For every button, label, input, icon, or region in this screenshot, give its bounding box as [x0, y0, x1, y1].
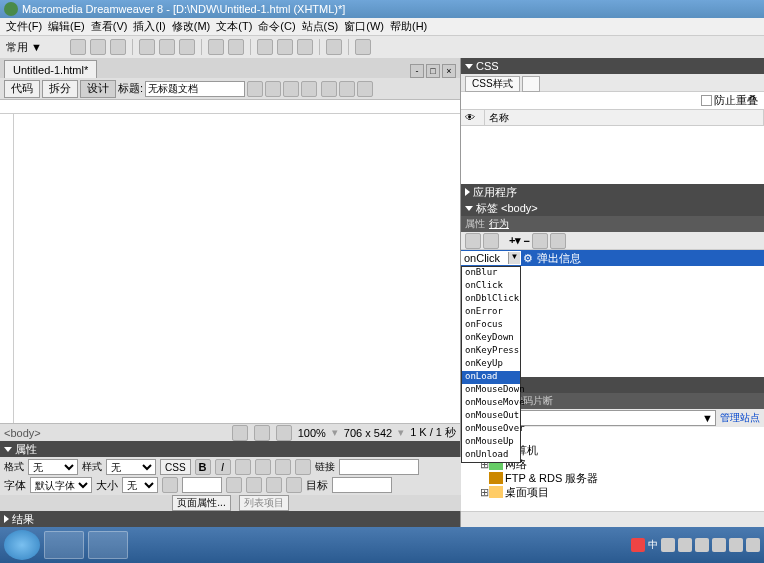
event-option[interactable]: onKeyUp	[462, 358, 520, 371]
zoom-value[interactable]: 100%	[298, 427, 326, 439]
server-icon[interactable]	[277, 39, 293, 55]
add-behavior-button[interactable]: +▾	[509, 234, 521, 247]
hand-tool-icon[interactable]	[254, 425, 270, 441]
attributes-tab[interactable]: 属性	[465, 217, 485, 231]
format-select[interactable]: 无	[28, 459, 78, 475]
event-option[interactable]: onMouseOut	[462, 410, 520, 423]
event-cell[interactable]: onClick ▼	[461, 251, 521, 265]
toolbar-category[interactable]: 常用 ▼	[6, 40, 42, 55]
menu-window[interactable]: 窗口(W)	[342, 19, 386, 34]
dreamweaver-task-icon[interactable]	[88, 531, 128, 559]
event-option[interactable]: onUnload	[462, 449, 520, 462]
event-option[interactable]: onKeyPress	[462, 345, 520, 358]
sogou-tray-icon[interactable]	[631, 538, 645, 552]
refresh-icon[interactable]	[321, 81, 337, 97]
align-right-icon[interactable]	[275, 459, 291, 475]
event-option[interactable]: onBlur	[462, 267, 520, 280]
align-center-icon[interactable]	[255, 459, 271, 475]
split-view-button[interactable]: 拆分	[42, 80, 78, 98]
tray-icon[interactable]	[746, 538, 760, 552]
tag-chooser-icon[interactable]	[355, 39, 371, 55]
tray-icon[interactable]	[712, 538, 726, 552]
event-option[interactable]: onMouseDown	[462, 384, 520, 397]
event-option[interactable]: onMouseOver	[462, 423, 520, 436]
table-icon[interactable]	[139, 39, 155, 55]
close-doc-button[interactable]: ×	[442, 64, 456, 78]
menu-modify[interactable]: 修改(M)	[170, 19, 213, 34]
font-select[interactable]: 默认字体	[30, 477, 92, 493]
view-options-icon[interactable]	[339, 81, 355, 97]
properties-panel-header[interactable]: 属性	[0, 441, 460, 457]
minimize-doc-button[interactable]: -	[410, 64, 424, 78]
align-left-icon[interactable]	[235, 459, 251, 475]
outdent-icon[interactable]	[266, 477, 282, 493]
name-col[interactable]: 名称	[485, 110, 764, 125]
window-size[interactable]: 706 x 542	[344, 427, 392, 439]
show-all-events-icon[interactable]	[483, 233, 499, 249]
zoom-tool-icon[interactable]	[276, 425, 292, 441]
size-select[interactable]: 无	[122, 477, 158, 493]
tag-panel-header[interactable]: 标签 <body>	[461, 200, 764, 216]
validate-icon[interactable]	[247, 81, 263, 97]
ul-icon[interactable]	[226, 477, 242, 493]
ime-indicator[interactable]: 中	[648, 538, 658, 552]
event-option[interactable]: onMouseUp	[462, 436, 520, 449]
align-justify-icon[interactable]	[295, 459, 311, 475]
event-option[interactable]: onFocus	[462, 319, 520, 332]
menu-site[interactable]: 站点(S)	[300, 19, 341, 34]
ol-icon[interactable]	[246, 477, 262, 493]
color-input[interactable]	[182, 477, 222, 493]
title-input[interactable]	[145, 81, 245, 97]
behavior-row[interactable]: onClick ▼ ⚙ 弹出信息	[461, 250, 764, 266]
remove-behavior-button[interactable]: −	[523, 235, 529, 247]
menu-view[interactable]: 查看(V)	[89, 19, 130, 34]
code-view-button[interactable]: 代码	[4, 80, 40, 98]
layers-tab[interactable]	[522, 76, 540, 92]
tree-ftp[interactable]: FTP & RDS 服务器	[461, 471, 764, 485]
menu-file[interactable]: 文件(F)	[4, 19, 44, 34]
results-panel-header[interactable]: 结果	[0, 511, 460, 527]
hyperlink-icon[interactable]	[70, 39, 86, 55]
tray-icon[interactable]	[661, 538, 675, 552]
tray-icon[interactable]	[729, 538, 743, 552]
event-option[interactable]: onLoad	[462, 371, 520, 384]
tree-folder[interactable]: ⊞桌面项目	[461, 485, 764, 499]
start-button[interactable]	[4, 530, 40, 560]
visual-aids-icon[interactable]	[357, 81, 373, 97]
event-option[interactable]: onDblClick	[462, 293, 520, 306]
style-select[interactable]: 无	[106, 459, 156, 475]
select-tool-icon[interactable]	[232, 425, 248, 441]
italic-icon[interactable]: I	[215, 459, 231, 475]
event-option[interactable]: onKeyDown	[462, 332, 520, 345]
manage-sites-link[interactable]: 管理站点	[720, 411, 760, 425]
document-tab[interactable]: Untitled-1.html*	[4, 60, 97, 78]
explorer-task-icon[interactable]	[44, 531, 84, 559]
menu-insert[interactable]: 插入(I)	[131, 19, 167, 34]
css-button[interactable]: CSS	[160, 459, 191, 475]
target-input[interactable]	[332, 477, 392, 493]
design-view-button[interactable]: 设计	[80, 80, 116, 98]
media-icon[interactable]	[228, 39, 244, 55]
show-set-events-icon[interactable]	[465, 233, 481, 249]
templates-icon[interactable]	[326, 39, 342, 55]
restore-doc-button[interactable]: □	[426, 64, 440, 78]
indent-icon[interactable]	[286, 477, 302, 493]
anchor-icon[interactable]	[110, 39, 126, 55]
event-option[interactable]: onError	[462, 306, 520, 319]
css-styles-tab[interactable]: CSS样式	[465, 76, 520, 92]
move-up-icon[interactable]	[532, 233, 548, 249]
menu-text[interactable]: 文本(T)	[214, 19, 254, 34]
page-properties-button[interactable]: 页面属性...	[172, 495, 230, 511]
layer-icon[interactable]	[179, 39, 195, 55]
event-option[interactable]: onMouseMove	[462, 397, 520, 410]
date-icon[interactable]	[257, 39, 273, 55]
bold-icon[interactable]: B	[195, 459, 211, 475]
design-canvas[interactable]	[0, 114, 460, 423]
link-input[interactable]	[339, 459, 419, 475]
event-option[interactable]: onClick	[462, 280, 520, 293]
div-icon[interactable]	[159, 39, 175, 55]
behaviors-tab[interactable]: 行为	[489, 217, 509, 231]
preview-icon[interactable]	[301, 81, 317, 97]
comment-icon[interactable]	[297, 39, 313, 55]
event-dropdown-button[interactable]: ▼	[508, 252, 520, 264]
